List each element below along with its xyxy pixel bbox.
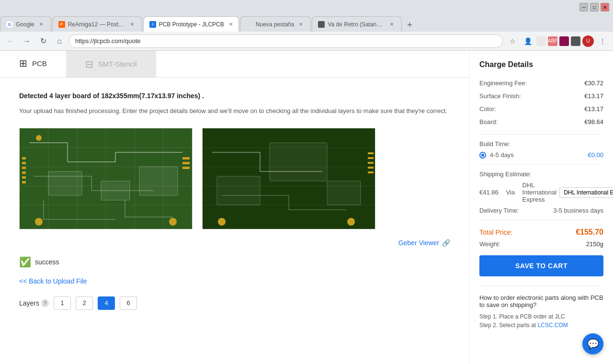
jlc-favicon: J: [149, 21, 156, 28]
build-time-radio[interactable]: [479, 152, 486, 159]
browser-tab-nueva[interactable]: Nueva pestaña ✕: [240, 16, 311, 32]
layers-row: Layers ? 1 2 4 6: [19, 296, 450, 310]
extension-icon-2[interactable]: ABP: [548, 36, 557, 46]
smt-icon: ⊟: [85, 58, 93, 70]
divider-2: [479, 164, 603, 165]
forward-button[interactable]: →: [20, 34, 34, 48]
weight-label: Weight:: [479, 240, 500, 248]
minimize-button[interactable]: ─: [579, 3, 588, 11]
shipping-via-text: Via: [506, 189, 515, 196]
back-button[interactable]: ←: [4, 34, 17, 48]
layers-help-icon[interactable]: ?: [41, 299, 49, 307]
pcb-images: [19, 128, 450, 229]
parts-info: How to order electronic parts along with…: [479, 286, 603, 330]
pcb-preview-left: [20, 128, 192, 229]
svg-rect-31: [22, 171, 26, 174]
browser-tab-retro[interactable]: Va de Retro (Satanás) -- VE... ✕: [312, 16, 402, 32]
tab-smt[interactable]: ⊟ SMT-Stencil: [66, 51, 156, 77]
browser-chrome: ─ □ ✕ G Google ✕ P ReAmiga12 — Postimage…: [0, 0, 613, 51]
user-avatar[interactable]: U: [582, 35, 594, 47]
svg-rect-29: [22, 162, 26, 164]
color-value: €13.17: [584, 105, 603, 113]
parts-step2: Step 2. Select parts at LCSC.COM: [479, 321, 603, 330]
tab-label-postimage: ReAmiga12 — Postimage.or...: [68, 21, 125, 28]
svg-rect-30: [22, 167, 26, 169]
browser-tab-jlcpcb[interactable]: J PCB Prototype - JLCPCB ✕: [143, 16, 239, 32]
pcb-preview-right: [203, 128, 375, 229]
svg-point-26: [169, 218, 177, 226]
chat-button[interactable]: 💬: [582, 333, 603, 354]
pcb-svg-left: [20, 128, 192, 229]
pcb-image-right: [202, 128, 375, 229]
tab-close-nueva[interactable]: ✕: [297, 21, 305, 28]
layers-label: Layers ?: [19, 299, 49, 307]
surface-finish-row: Surface Finish: €13.17: [479, 90, 603, 102]
extension-icon-4[interactable]: [571, 36, 580, 46]
url-input[interactable]: [75, 37, 497, 45]
svg-rect-35: [182, 162, 190, 164]
google-favicon: G: [6, 21, 13, 28]
extension-icon-1[interactable]: [536, 36, 546, 46]
reload-button[interactable]: ↻: [36, 34, 50, 48]
save-to-cart-button[interactable]: SAVE TO CART: [479, 255, 603, 276]
tab-close-google[interactable]: ✕: [37, 21, 45, 28]
layer-button-1[interactable]: 1: [54, 296, 71, 310]
maximize-button[interactable]: □: [590, 3, 599, 11]
total-price-label: Total Price:: [479, 228, 512, 236]
board-value: €98.64: [584, 118, 603, 125]
profile-icon[interactable]: 👤: [521, 34, 534, 48]
geber-viewer-row: Geber Viewer 🔗: [19, 239, 450, 247]
home-button[interactable]: ⌂: [53, 34, 66, 48]
retro-favicon: [318, 21, 325, 28]
bookmark-icon[interactable]: ☆: [506, 34, 519, 48]
success-text: success: [35, 258, 59, 266]
board-label: Board:: [479, 118, 498, 125]
delivery-row: Delivery Time: 3-5 business days: [479, 207, 603, 214]
address-bar[interactable]: [69, 34, 503, 48]
tab-close-postimage[interactable]: ✕: [128, 21, 136, 28]
tab-pcb[interactable]: ⊞ PCB: [0, 51, 66, 77]
page-content: ⊞ PCB ⊟ SMT-Stencil Detected 4 layer boa…: [0, 51, 613, 364]
svg-point-52: [347, 218, 355, 226]
new-tab-button[interactable]: +: [403, 18, 416, 32]
menu-icon[interactable]: ⋮: [596, 34, 609, 48]
tab-label-nueva: Nueva pestaña: [256, 21, 295, 28]
parts-step1: Step 1. Place a PCB order at JLC: [479, 312, 603, 321]
browser-tab-postimage[interactable]: P ReAmiga12 — Postimage.or... ✕: [52, 16, 142, 32]
svg-rect-49: [217, 176, 260, 205]
tab-close-jlcpcb[interactable]: ✕: [227, 21, 235, 28]
shipping-via: [501, 189, 503, 196]
svg-rect-24: [139, 167, 178, 195]
browser-titlebar: ─ □ ✕: [0, 0, 613, 14]
browser-tab-google[interactable]: G Google ✕: [0, 16, 51, 32]
surface-finish-value: €13.17: [584, 92, 603, 100]
tab-close-retro[interactable]: ✕: [388, 21, 396, 28]
browser-tabs: G Google ✕ P ReAmiga12 — Postimage.or...…: [0, 14, 613, 32]
shipping-label: Shipping Estimate:: [479, 171, 603, 178]
svg-rect-48: [270, 143, 327, 181]
delivery-label: Delivery Time:: [479, 207, 519, 214]
shipping-provider-text: DHL International Express: [522, 182, 557, 203]
back-to-upload-link[interactable]: << Back to Upload File: [19, 277, 450, 285]
close-button[interactable]: ✕: [601, 3, 609, 11]
shipping-select[interactable]: DHL International Express FedEx: [559, 187, 613, 198]
lcsc-link[interactable]: LCSC.COM: [537, 322, 568, 329]
geber-viewer-link[interactable]: Geber Viewer: [398, 239, 439, 247]
content-body: Detected 4 layer board of 182x355mm(7.17…: [0, 78, 469, 324]
link-icon: 🔗: [442, 239, 450, 247]
layer-button-4[interactable]: 4: [98, 296, 115, 310]
layer-button-6[interactable]: 6: [120, 296, 137, 310]
svg-point-25: [35, 218, 43, 226]
extension-icon-3[interactable]: [559, 36, 569, 46]
svg-rect-34: [182, 157, 190, 159]
upload-text: Your upload has finished processing. Ent…: [19, 106, 450, 116]
svg-rect-57: [368, 171, 374, 173]
success-row: ✅ success: [19, 256, 450, 268]
color-label: Color:: [479, 105, 496, 113]
total-price-value: €155.70: [576, 228, 603, 237]
tab-label-jlcpcb: PCB Prototype - JLCPCB: [159, 21, 224, 28]
charge-details-title: Charge Details: [479, 60, 603, 69]
layer-button-2[interactable]: 2: [76, 296, 93, 310]
pcb-svg-right: [203, 128, 375, 229]
svg-rect-54: [368, 157, 374, 159]
